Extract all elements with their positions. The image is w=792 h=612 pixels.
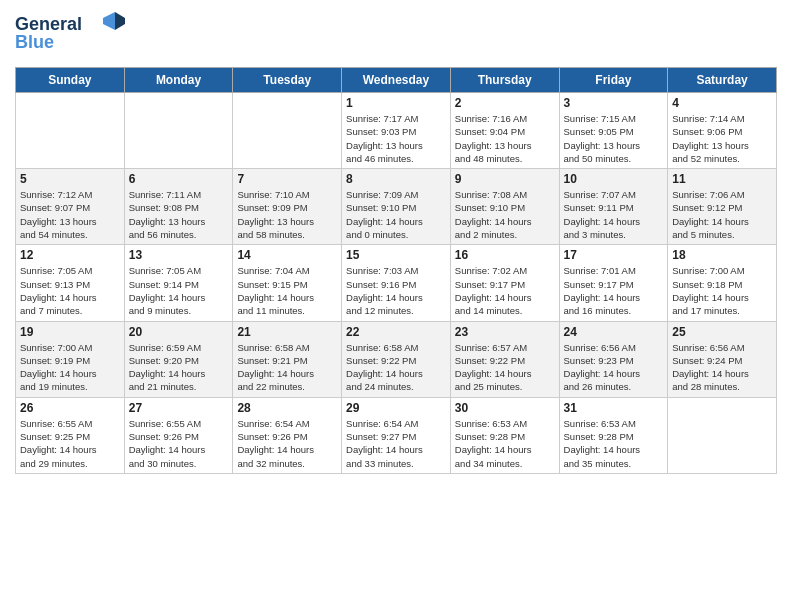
day-info: Sunrise: 6:58 AM Sunset: 9:21 PM Dayligh… [237, 341, 337, 394]
weekday-tuesday: Tuesday [233, 68, 342, 93]
calendar-table: SundayMondayTuesdayWednesdayThursdayFrid… [15, 67, 777, 474]
header: General Blue [15, 10, 777, 59]
svg-text:General: General [15, 14, 82, 34]
day-number: 26 [20, 401, 120, 415]
day-info: Sunrise: 7:16 AM Sunset: 9:04 PM Dayligh… [455, 112, 555, 165]
week-row-3: 12Sunrise: 7:05 AM Sunset: 9:13 PM Dayli… [16, 245, 777, 321]
day-info: Sunrise: 7:06 AM Sunset: 9:12 PM Dayligh… [672, 188, 772, 241]
day-info: Sunrise: 7:00 AM Sunset: 9:18 PM Dayligh… [672, 264, 772, 317]
day-number: 20 [129, 325, 229, 339]
day-cell: 27Sunrise: 6:55 AM Sunset: 9:26 PM Dayli… [124, 397, 233, 473]
day-cell: 10Sunrise: 7:07 AM Sunset: 9:11 PM Dayli… [559, 169, 668, 245]
logo-text: General Blue [15, 10, 125, 59]
day-number: 24 [564, 325, 664, 339]
day-cell [16, 93, 125, 169]
day-info: Sunrise: 6:53 AM Sunset: 9:28 PM Dayligh… [564, 417, 664, 470]
day-cell: 17Sunrise: 7:01 AM Sunset: 9:17 PM Dayli… [559, 245, 668, 321]
day-number: 8 [346, 172, 446, 186]
day-cell [668, 397, 777, 473]
day-info: Sunrise: 7:09 AM Sunset: 9:10 PM Dayligh… [346, 188, 446, 241]
day-info: Sunrise: 7:17 AM Sunset: 9:03 PM Dayligh… [346, 112, 446, 165]
day-cell: 29Sunrise: 6:54 AM Sunset: 9:27 PM Dayli… [342, 397, 451, 473]
day-info: Sunrise: 6:56 AM Sunset: 9:23 PM Dayligh… [564, 341, 664, 394]
day-number: 5 [20, 172, 120, 186]
day-cell: 11Sunrise: 7:06 AM Sunset: 9:12 PM Dayli… [668, 169, 777, 245]
day-info: Sunrise: 7:04 AM Sunset: 9:15 PM Dayligh… [237, 264, 337, 317]
day-info: Sunrise: 6:56 AM Sunset: 9:24 PM Dayligh… [672, 341, 772, 394]
day-number: 9 [455, 172, 555, 186]
day-cell [124, 93, 233, 169]
day-info: Sunrise: 6:55 AM Sunset: 9:25 PM Dayligh… [20, 417, 120, 470]
week-row-1: 1Sunrise: 7:17 AM Sunset: 9:03 PM Daylig… [16, 93, 777, 169]
day-cell: 1Sunrise: 7:17 AM Sunset: 9:03 PM Daylig… [342, 93, 451, 169]
day-cell: 16Sunrise: 7:02 AM Sunset: 9:17 PM Dayli… [450, 245, 559, 321]
svg-text:Blue: Blue [15, 32, 54, 52]
day-number: 14 [237, 248, 337, 262]
day-number: 15 [346, 248, 446, 262]
day-cell: 15Sunrise: 7:03 AM Sunset: 9:16 PM Dayli… [342, 245, 451, 321]
day-number: 1 [346, 96, 446, 110]
day-info: Sunrise: 6:54 AM Sunset: 9:27 PM Dayligh… [346, 417, 446, 470]
logo: General Blue [15, 10, 125, 59]
day-cell: 4Sunrise: 7:14 AM Sunset: 9:06 PM Daylig… [668, 93, 777, 169]
weekday-thursday: Thursday [450, 68, 559, 93]
day-cell: 9Sunrise: 7:08 AM Sunset: 9:10 PM Daylig… [450, 169, 559, 245]
day-cell: 18Sunrise: 7:00 AM Sunset: 9:18 PM Dayli… [668, 245, 777, 321]
day-cell: 2Sunrise: 7:16 AM Sunset: 9:04 PM Daylig… [450, 93, 559, 169]
day-info: Sunrise: 6:59 AM Sunset: 9:20 PM Dayligh… [129, 341, 229, 394]
day-cell: 5Sunrise: 7:12 AM Sunset: 9:07 PM Daylig… [16, 169, 125, 245]
day-info: Sunrise: 7:05 AM Sunset: 9:13 PM Dayligh… [20, 264, 120, 317]
day-number: 27 [129, 401, 229, 415]
day-info: Sunrise: 7:05 AM Sunset: 9:14 PM Dayligh… [129, 264, 229, 317]
day-cell: 23Sunrise: 6:57 AM Sunset: 9:22 PM Dayli… [450, 321, 559, 397]
day-cell: 31Sunrise: 6:53 AM Sunset: 9:28 PM Dayli… [559, 397, 668, 473]
weekday-friday: Friday [559, 68, 668, 93]
day-number: 11 [672, 172, 772, 186]
day-info: Sunrise: 7:08 AM Sunset: 9:10 PM Dayligh… [455, 188, 555, 241]
day-number: 31 [564, 401, 664, 415]
day-number: 21 [237, 325, 337, 339]
day-info: Sunrise: 7:12 AM Sunset: 9:07 PM Dayligh… [20, 188, 120, 241]
day-info: Sunrise: 7:03 AM Sunset: 9:16 PM Dayligh… [346, 264, 446, 317]
day-info: Sunrise: 6:55 AM Sunset: 9:26 PM Dayligh… [129, 417, 229, 470]
day-number: 10 [564, 172, 664, 186]
day-info: Sunrise: 6:53 AM Sunset: 9:28 PM Dayligh… [455, 417, 555, 470]
day-number: 16 [455, 248, 555, 262]
day-cell: 25Sunrise: 6:56 AM Sunset: 9:24 PM Dayli… [668, 321, 777, 397]
day-info: Sunrise: 7:15 AM Sunset: 9:05 PM Dayligh… [564, 112, 664, 165]
day-cell: 26Sunrise: 6:55 AM Sunset: 9:25 PM Dayli… [16, 397, 125, 473]
svg-marker-3 [115, 12, 125, 30]
day-cell: 14Sunrise: 7:04 AM Sunset: 9:15 PM Dayli… [233, 245, 342, 321]
svg-marker-2 [103, 12, 115, 30]
week-row-4: 19Sunrise: 7:00 AM Sunset: 9:19 PM Dayli… [16, 321, 777, 397]
day-number: 4 [672, 96, 772, 110]
day-cell: 24Sunrise: 6:56 AM Sunset: 9:23 PM Dayli… [559, 321, 668, 397]
day-cell: 8Sunrise: 7:09 AM Sunset: 9:10 PM Daylig… [342, 169, 451, 245]
day-info: Sunrise: 7:00 AM Sunset: 9:19 PM Dayligh… [20, 341, 120, 394]
day-info: Sunrise: 7:01 AM Sunset: 9:17 PM Dayligh… [564, 264, 664, 317]
day-info: Sunrise: 7:10 AM Sunset: 9:09 PM Dayligh… [237, 188, 337, 241]
day-number: 13 [129, 248, 229, 262]
day-cell: 21Sunrise: 6:58 AM Sunset: 9:21 PM Dayli… [233, 321, 342, 397]
day-cell: 12Sunrise: 7:05 AM Sunset: 9:13 PM Dayli… [16, 245, 125, 321]
day-info: Sunrise: 7:14 AM Sunset: 9:06 PM Dayligh… [672, 112, 772, 165]
day-info: Sunrise: 7:11 AM Sunset: 9:08 PM Dayligh… [129, 188, 229, 241]
day-cell: 28Sunrise: 6:54 AM Sunset: 9:26 PM Dayli… [233, 397, 342, 473]
weekday-sunday: Sunday [16, 68, 125, 93]
weekday-saturday: Saturday [668, 68, 777, 93]
day-cell: 19Sunrise: 7:00 AM Sunset: 9:19 PM Dayli… [16, 321, 125, 397]
day-number: 29 [346, 401, 446, 415]
weekday-wednesday: Wednesday [342, 68, 451, 93]
day-number: 25 [672, 325, 772, 339]
day-number: 12 [20, 248, 120, 262]
day-info: Sunrise: 6:58 AM Sunset: 9:22 PM Dayligh… [346, 341, 446, 394]
day-number: 6 [129, 172, 229, 186]
week-row-5: 26Sunrise: 6:55 AM Sunset: 9:25 PM Dayli… [16, 397, 777, 473]
calendar-container: General Blue SundayMondayTuesdayWednesda… [0, 0, 792, 484]
weekday-monday: Monday [124, 68, 233, 93]
day-cell [233, 93, 342, 169]
day-cell: 13Sunrise: 7:05 AM Sunset: 9:14 PM Dayli… [124, 245, 233, 321]
day-cell: 30Sunrise: 6:53 AM Sunset: 9:28 PM Dayli… [450, 397, 559, 473]
day-info: Sunrise: 6:57 AM Sunset: 9:22 PM Dayligh… [455, 341, 555, 394]
day-number: 17 [564, 248, 664, 262]
